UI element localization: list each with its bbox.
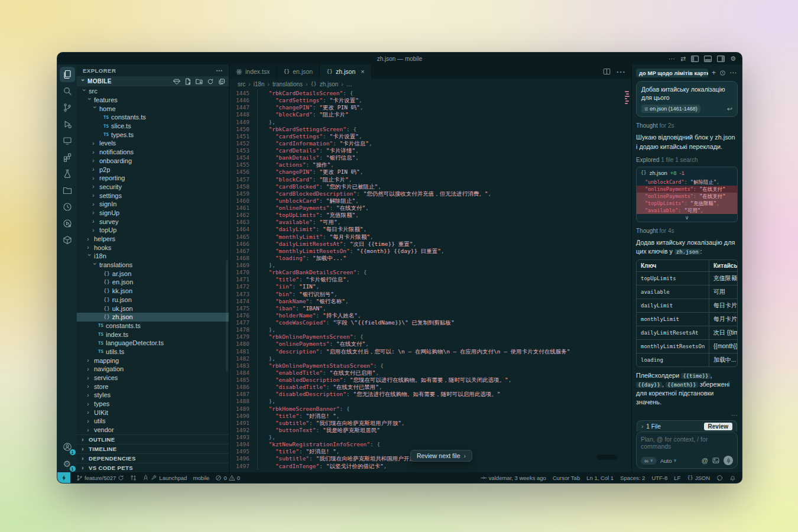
timeline-clock-icon[interactable] — [60, 199, 75, 215]
tree-item-slice.ts[interactable]: TSslice.ts — [77, 122, 229, 131]
source-control-icon[interactable] — [60, 100, 75, 115]
eol-item[interactable]: LF — [674, 475, 680, 481]
github-item[interactable] — [716, 475, 723, 481]
remote-explorer-icon[interactable] — [60, 133, 75, 148]
code-line-1458[interactable]: 1458 "cardBlocked": "您的卡片已被阻止", — [229, 183, 631, 190]
changed-files-bar[interactable]: › 1 File Review — [637, 420, 737, 432]
tab-index-tsx[interactable]: index.tsx — [229, 64, 277, 79]
tree-item-index.ts[interactable]: TSindex.ts — [77, 330, 229, 339]
testing-flask-icon[interactable] — [60, 166, 75, 181]
explored-row[interactable]: Explored 1 file 1 search — [636, 157, 738, 163]
tree-item-utils.ts[interactable]: TSutils.ts — [77, 348, 229, 356]
review-button[interactable]: Review — [704, 423, 732, 430]
code-line-1448[interactable]: 1448 "blockCard": "阻止卡片" — [229, 111, 631, 118]
settings-gear-icon[interactable]: ⚙ 1 — [60, 456, 75, 471]
chat-input[interactable]: Plan, @ for context, / for commands — [641, 436, 733, 450]
code-line-1451[interactable]: 1451 "cardSettings": "卡片设置", — [229, 133, 631, 140]
chat-tab[interactable]: до МР щодо лімітів картки — [636, 69, 708, 77]
minimap[interactable] — [624, 89, 631, 137]
tree-item-navigation[interactable]: ›navigation — [77, 365, 229, 374]
code-line-1463[interactable]: 1463 "available": "可用", — [229, 219, 631, 226]
model-selector[interactable]: Auto∨ — [660, 458, 677, 464]
code-line-1456[interactable]: 1456 "changePIN": "更改 PIN 码", — [229, 168, 631, 176]
diff-header[interactable]: {} zh.json +8 -1 — [637, 167, 737, 179]
sidebar-scrollbar[interactable] — [226, 259, 228, 372]
workspace-header[interactable]: › MOBILE — [77, 76, 229, 86]
code-line-1490[interactable]: 1490 "title": "好消息! ", — [229, 413, 631, 420]
new-file-icon[interactable] — [184, 78, 192, 85]
diff-card[interactable]: {} zh.json +8 -1 "unblockCard": "解除阻止","… — [636, 167, 738, 222]
diff-expand-chevron-icon[interactable]: ∨ — [637, 214, 737, 222]
code-line-1491[interactable]: 1491 "subtitle": "我们现在向哈萨克斯坦用户开放", — [229, 420, 631, 427]
code-line-1453[interactable]: 1453 "cardDetails": "卡片详情", — [229, 147, 631, 154]
code-line-1473[interactable]: 1473 "bin": "银行识别号", — [229, 291, 631, 298]
tree-item-UIKit[interactable]: ›UIKit — [77, 408, 229, 417]
code-line-1481[interactable]: 1481 "description": "启用在线支付后，您可以: \n – 在… — [229, 348, 631, 355]
code-line-1480[interactable]: 1480 "onlinePayments": "在线支付", — [229, 340, 631, 348]
code-line-1468[interactable]: 1468 "loading": "加载中..." — [229, 255, 631, 262]
chat-more-icon[interactable]: ⋯ — [729, 69, 737, 76]
swap-arrows-icon[interactable]: ⇄ — [680, 56, 686, 62]
code-line-1455[interactable]: 1455 "actions": "操作", — [229, 161, 631, 168]
code-line-1462[interactable]: 1462 "topUpLimits": "充值限额", — [229, 212, 631, 219]
tree-item-kk.json[interactable]: {}kk.json — [77, 287, 229, 296]
cursor-tab-item[interactable]: Cursor Tab — [553, 475, 580, 481]
image-icon[interactable] — [712, 457, 719, 464]
tree-item-store[interactable]: ›store — [77, 382, 229, 391]
tree-item-utils[interactable]: ›utils — [77, 417, 229, 426]
code-line-1483[interactable]: 1483 "rbkOnlinePaymentsStatusScreen": { — [229, 362, 631, 369]
code-line-1465[interactable]: 1465 "monthlyLimit": "每月卡片限额", — [229, 233, 631, 241]
code-line-1492[interactable]: 1492 "buttonText": "我是哈萨克斯坦居民" — [229, 427, 631, 434]
thought-row-1[interactable]: Thought for 2s — [636, 122, 738, 129]
app-name[interactable]: mobile — [193, 475, 209, 481]
account-icon[interactable]: 1 — [60, 439, 75, 455]
code-line-1484[interactable]: 1484 "enabledTitle": "在线支付已启用", — [229, 369, 631, 377]
tree-item-types[interactable]: ›types — [77, 400, 229, 408]
tree-item-services[interactable]: ›services — [77, 374, 229, 382]
language-mode-item[interactable]: {} JSON — [687, 475, 710, 481]
code-line-1454[interactable]: 1454 "bankDetails": "银行信息", — [229, 154, 631, 161]
git-branch-item[interactable]: feature/5027 — [76, 475, 124, 481]
live-share-icon[interactable] — [60, 216, 75, 231]
code-line-1472[interactable]: 1472 "iin": "IIN", — [229, 283, 631, 290]
editor-more-icon[interactable]: ⋯ — [616, 66, 625, 77]
tree-item-p2p[interactable]: ›p2p — [77, 165, 229, 174]
code-line-1479[interactable]: 1479 "rbkOnlinePaymentsScreen": { — [229, 333, 631, 340]
tree-item-helpers[interactable]: ›helpers — [77, 235, 229, 244]
refresh-icon[interactable] — [207, 78, 214, 85]
code-line-1469[interactable]: 1469 }, — [229, 262, 631, 269]
tree-item-topUp[interactable]: ›topUp — [77, 226, 229, 235]
review-next-file-button[interactable]: Review next file › — [410, 450, 472, 462]
title-bar[interactable]: zh.json — mobile ⋯ ⇄ ⚙ — [57, 53, 742, 64]
code-line-1446[interactable]: 1446 "cardSettings": "卡片设置", — [229, 97, 631, 104]
tree-item-notifications[interactable]: ›notifications — [77, 148, 229, 157]
code-line-1461[interactable]: 1461 "onlinePayments": "在线支付", — [229, 205, 631, 212]
message-actions-icon[interactable]: ⋯ — [636, 411, 738, 419]
tree-item-constants.ts[interactable]: TSconstants.ts — [77, 322, 229, 330]
remote-indicator[interactable] — [57, 472, 70, 483]
titlebar-more-icon[interactable]: ⋯ — [669, 56, 675, 62]
attachment-chip[interactable]: ☰ en.json (1461-1468) — [641, 105, 700, 113]
code-line-1447[interactable]: 1447 "changePIN": "更改 PIN 码", — [229, 104, 631, 111]
tree-item-translations[interactable]: ›translations — [77, 261, 229, 270]
mic-icon[interactable] — [724, 456, 733, 465]
tree-item-i18n[interactable]: ›i18n — [77, 252, 229, 261]
code-line-1467[interactable]: 1467 "monthlyLimitResetsOn": "{{month}} … — [229, 248, 631, 255]
tree-item-styles[interactable]: ›styles — [77, 391, 229, 400]
code-line-1466[interactable]: 1466 "dailyLimitResetsAt": "次日 {{time}} … — [229, 241, 631, 248]
code-line-1494[interactable]: 1494 "kztNewRegistrationInfoScreen": { — [229, 441, 631, 448]
code-line-1482[interactable]: 1482 }, — [229, 355, 631, 362]
tree-item-onboarding[interactable]: ›onboarding — [77, 157, 229, 166]
indentation-item[interactable]: Spaces: 2 — [620, 475, 645, 481]
code-line-1457[interactable]: 1457 "blockCard": "阻止卡片", — [229, 176, 631, 183]
new-folder-icon[interactable] — [196, 78, 203, 85]
tree-item-types.ts[interactable]: TStypes.ts — [77, 130, 229, 139]
section-dependencies[interactable]: ›DEPENDENCIES — [77, 453, 229, 463]
scrollbar-thumb[interactable] — [597, 455, 617, 460]
code-line-1477[interactable]: 1477 "codeWasCopied": "字段 \"{{fieldName}… — [229, 319, 631, 326]
code-line-1450[interactable]: 1450 "rbkCardSettingsScreen": { — [229, 126, 631, 133]
collapse-all-icon[interactable] — [218, 78, 225, 85]
tree-item-levels[interactable]: ›levels — [77, 139, 229, 148]
tree-item-mapping[interactable]: ›mapping — [77, 356, 229, 365]
cursor-position-item[interactable]: Ln 1, Col 1 — [586, 475, 614, 481]
